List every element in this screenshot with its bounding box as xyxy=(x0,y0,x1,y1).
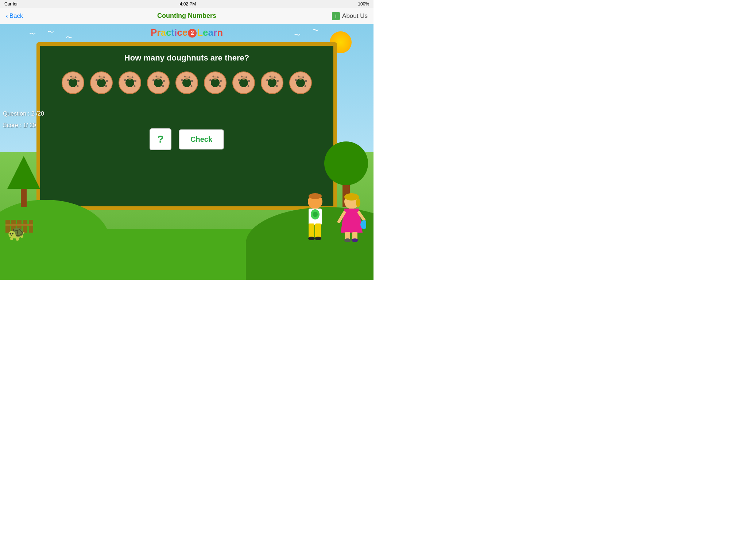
svg-point-47 xyxy=(212,79,219,86)
svg-point-11 xyxy=(98,79,105,86)
bird-icon: 〜 xyxy=(29,30,36,38)
svg-point-52 xyxy=(219,85,221,87)
svg-point-12 xyxy=(96,79,98,81)
question-label: Question : xyxy=(3,110,30,117)
svg-point-26 xyxy=(128,76,132,80)
tree-trunk-icon xyxy=(21,189,27,207)
svg-point-30 xyxy=(152,79,155,81)
battery-label: 100% xyxy=(358,1,369,7)
svg-point-80 xyxy=(298,76,303,80)
turtle-icon: 🐢 xyxy=(7,225,26,242)
question-value: 2 /20 xyxy=(31,110,44,117)
svg-point-44 xyxy=(185,76,189,80)
bird-icon: 〜 xyxy=(47,28,54,36)
question-stat: Question : 2 /20 xyxy=(3,108,44,120)
svg-point-66 xyxy=(266,79,268,81)
svg-point-85 xyxy=(313,212,318,217)
answer-placeholder: ? xyxy=(157,133,163,145)
svg-point-60 xyxy=(248,80,250,82)
donuts-row xyxy=(60,70,313,96)
fence-post xyxy=(29,220,33,233)
bird-icon: 〜 xyxy=(312,26,319,35)
donut-8 xyxy=(259,70,285,96)
donut-3 xyxy=(117,70,143,96)
svg-point-15 xyxy=(106,80,108,82)
back-chevron-icon: ‹ xyxy=(6,12,8,20)
time-label: 4:02 PM xyxy=(180,1,196,7)
svg-point-29 xyxy=(155,79,162,86)
svg-point-48 xyxy=(209,79,212,81)
answer-input[interactable]: ? xyxy=(150,128,171,150)
svg-point-6 xyxy=(77,80,80,82)
svg-point-88 xyxy=(308,237,315,240)
chalkboard: How many doughnuts are there? xyxy=(36,42,337,210)
svg-point-35 xyxy=(156,76,160,80)
svg-point-89 xyxy=(315,237,321,240)
girl-character xyxy=(337,192,366,244)
characters xyxy=(304,192,366,244)
svg-point-8 xyxy=(71,76,75,80)
bird-icon: 〜 xyxy=(294,31,301,39)
svg-point-91 xyxy=(344,193,359,201)
bird-icon: 〜 xyxy=(66,33,72,42)
svg-point-57 xyxy=(238,79,240,81)
svg-point-61 xyxy=(248,85,249,87)
svg-point-70 xyxy=(276,85,278,87)
question-text: How many doughnuts are there? xyxy=(124,53,249,63)
answer-area: ? Check xyxy=(150,128,224,150)
svg-point-100 xyxy=(352,238,358,242)
donut-6 xyxy=(202,70,228,96)
svg-point-24 xyxy=(134,80,136,82)
svg-point-69 xyxy=(276,80,279,82)
svg-rect-87 xyxy=(315,223,321,238)
svg-point-51 xyxy=(220,80,222,82)
info-icon: i xyxy=(332,12,340,20)
svg-point-43 xyxy=(191,85,193,87)
svg-point-99 xyxy=(344,238,351,242)
about-us-label: About Us xyxy=(342,12,368,20)
svg-point-42 xyxy=(191,80,193,82)
svg-point-74 xyxy=(297,79,304,86)
svg-rect-86 xyxy=(309,223,314,238)
tree-foliage-icon xyxy=(7,156,40,189)
nav-bar: ‹ Back Counting Numbers i About Us xyxy=(0,8,374,24)
about-us-button[interactable]: i About Us xyxy=(332,12,368,20)
donut-9 xyxy=(288,70,313,96)
donut-4 xyxy=(146,70,171,96)
tree-foliage-icon xyxy=(324,141,368,185)
score-label: Score : xyxy=(3,122,22,128)
svg-point-2 xyxy=(69,79,77,86)
donut-2 xyxy=(89,70,114,96)
svg-point-7 xyxy=(77,85,79,87)
svg-point-34 xyxy=(162,85,164,87)
svg-point-39 xyxy=(181,79,183,81)
stats-panel: Question : 2 /20 Score : 1/ 20 xyxy=(3,108,44,131)
svg-point-78 xyxy=(305,80,307,82)
svg-point-79 xyxy=(305,85,306,87)
svg-point-17 xyxy=(99,76,104,80)
svg-point-25 xyxy=(134,85,136,87)
svg-point-21 xyxy=(124,79,126,81)
svg-point-53 xyxy=(213,76,217,80)
status-bar: Carrier 4:02 PM 100% xyxy=(0,0,374,8)
svg-point-62 xyxy=(241,76,246,80)
donut-7 xyxy=(231,70,256,96)
boy-character xyxy=(304,192,333,244)
svg-point-20 xyxy=(126,79,133,86)
tree-left xyxy=(7,156,40,207)
check-button[interactable]: Check xyxy=(179,129,224,149)
app-logo: Practice2Learn xyxy=(151,27,223,38)
donut-1 xyxy=(60,70,86,96)
scene: 〜 〜 〜 〜 〜 Practice2Learn How many doughn… xyxy=(0,24,374,280)
svg-point-65 xyxy=(268,79,276,86)
back-button[interactable]: ‹ Back xyxy=(6,12,23,20)
carrier-label: Carrier xyxy=(4,1,18,7)
svg-point-71 xyxy=(270,76,274,80)
svg-point-82 xyxy=(309,193,322,199)
svg-point-38 xyxy=(183,79,190,86)
svg-point-92 xyxy=(356,198,360,207)
back-label: Back xyxy=(9,12,23,20)
score-value: 1/ 20 xyxy=(23,122,36,128)
nav-title: Counting Numbers xyxy=(157,12,216,20)
donut-5 xyxy=(174,70,200,96)
